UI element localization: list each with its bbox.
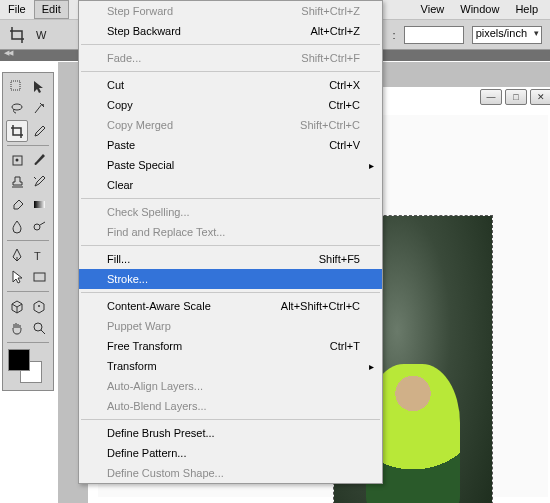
- menu-item-shortcut: Alt+Ctrl+Z: [260, 25, 360, 37]
- menu-item-cut[interactable]: CutCtrl+X: [79, 75, 382, 95]
- hand-tool[interactable]: [6, 317, 28, 339]
- menu-item-copy[interactable]: CopyCtrl+C: [79, 95, 382, 115]
- menu-item-label: Fill...: [107, 253, 130, 265]
- menu-item-step-forward: Step ForwardShift+Ctrl+Z: [79, 1, 382, 21]
- window-max-button[interactable]: □: [505, 89, 527, 105]
- menu-item-label: Stroke...: [107, 273, 148, 285]
- menu-item-find-and-replace-text: Find and Replace Text...: [79, 222, 382, 242]
- menu-item-define-brush-preset[interactable]: Define Brush Preset...: [79, 423, 382, 443]
- tool-sep-2: [7, 240, 49, 241]
- zoom-tool[interactable]: [28, 317, 50, 339]
- menu-separator: [81, 198, 380, 199]
- menu-separator: [81, 71, 380, 72]
- shape-tool[interactable]: [28, 266, 50, 288]
- menu-item-label: Free Transform: [107, 340, 182, 352]
- width-label: W: [36, 29, 46, 41]
- svg-point-6: [34, 224, 40, 230]
- path-select-tool[interactable]: [6, 266, 28, 288]
- gradient-tool[interactable]: [28, 193, 50, 215]
- menu-item-label: Cut: [107, 79, 124, 91]
- window-close-button[interactable]: ✕: [530, 89, 550, 105]
- color-swatch[interactable]: [6, 347, 52, 387]
- window-min-button[interactable]: —: [480, 89, 502, 105]
- stamp-tool[interactable]: [6, 171, 28, 193]
- menu-item-shortcut: Shift+Ctrl+F: [260, 52, 360, 64]
- menu-separator: [81, 44, 380, 45]
- svg-rect-5: [34, 201, 45, 208]
- menu-item-shortcut: Ctrl+C: [260, 99, 360, 111]
- resolution-field[interactable]: [404, 26, 464, 44]
- menu-item-shortcut: Shift+F5: [260, 253, 360, 265]
- menu-item-label: Step Forward: [107, 5, 173, 17]
- move-tool[interactable]: [6, 76, 28, 98]
- menu-window[interactable]: Window: [452, 0, 507, 19]
- menu-item-shortcut: Shift+Ctrl+C: [260, 119, 360, 131]
- menu-view[interactable]: View: [413, 0, 453, 19]
- brush-tool[interactable]: [28, 149, 50, 171]
- type-tool[interactable]: T: [28, 244, 50, 266]
- menu-item-shortcut: Alt+Shift+Ctrl+C: [260, 300, 360, 312]
- menu-item-label: Content-Aware Scale: [107, 300, 211, 312]
- menu-item-label: Copy: [107, 99, 133, 111]
- menu-item-step-backward[interactable]: Step BackwardAlt+Ctrl+Z: [79, 21, 382, 41]
- menu-item-content-aware-scale[interactable]: Content-Aware ScaleAlt+Shift+Ctrl+C: [79, 296, 382, 316]
- menu-item-label: Paste: [107, 139, 135, 151]
- 3d-camera-tool[interactable]: [28, 295, 50, 317]
- menu-separator: [81, 292, 380, 293]
- menu-item-label: Clear: [107, 179, 133, 191]
- menu-item-check-spelling: Check Spelling...: [79, 202, 382, 222]
- menu-separator: [81, 419, 380, 420]
- menu-item-shortcut: Ctrl+X: [260, 79, 360, 91]
- crop-tool[interactable]: [6, 120, 28, 142]
- menu-item-label: Find and Replace Text...: [107, 226, 225, 238]
- menu-item-paste[interactable]: PasteCtrl+V: [79, 135, 382, 155]
- tool-sep-3: [7, 291, 49, 292]
- foreground-color[interactable]: [8, 349, 30, 371]
- crop-icon[interactable]: [8, 25, 28, 45]
- menu-separator: [81, 245, 380, 246]
- marquee-tool[interactable]: [28, 76, 50, 98]
- menu-item-paste-special[interactable]: Paste Special: [79, 155, 382, 175]
- menu-item-shortcut: Shift+Ctrl+Z: [260, 5, 360, 17]
- menu-item-label: Fade...: [107, 52, 141, 64]
- menu-item-transform[interactable]: Transform: [79, 356, 382, 376]
- eyedropper-tool[interactable]: [28, 120, 50, 142]
- menu-item-define-custom-shape: Define Custom Shape...: [79, 463, 382, 483]
- blur-tool[interactable]: [6, 215, 28, 237]
- menu-item-shortcut: Ctrl+T: [260, 340, 360, 352]
- window-controls: — □ ✕: [480, 89, 550, 105]
- heal-tool[interactable]: [6, 149, 28, 171]
- menu-item-fill[interactable]: Fill...Shift+F5: [79, 249, 382, 269]
- menu-item-label: Auto-Blend Layers...: [107, 400, 207, 412]
- dodge-tool[interactable]: [28, 215, 50, 237]
- menu-item-label: Copy Merged: [107, 119, 173, 131]
- menu-item-label: Define Pattern...: [107, 447, 187, 459]
- menu-item-clear[interactable]: Clear: [79, 175, 382, 195]
- lasso-tool[interactable]: [6, 98, 28, 120]
- menu-item-free-transform[interactable]: Free TransformCtrl+T: [79, 336, 382, 356]
- unit-select[interactable]: pixels/inch: [472, 26, 542, 44]
- menu-item-auto-align-layers: Auto-Align Layers...: [79, 376, 382, 396]
- eraser-tool[interactable]: [6, 193, 28, 215]
- wand-tool[interactable]: [28, 98, 50, 120]
- tools-panel: T: [2, 72, 54, 391]
- menu-help[interactable]: Help: [507, 0, 546, 19]
- menu-file[interactable]: File: [0, 0, 34, 19]
- svg-text:T: T: [34, 250, 41, 262]
- menu-item-stroke[interactable]: Stroke...: [79, 269, 382, 289]
- menu-item-define-pattern[interactable]: Define Pattern...: [79, 443, 382, 463]
- 3d-tool[interactable]: [6, 295, 28, 317]
- pen-tool[interactable]: [6, 244, 28, 266]
- menu-item-label: Define Brush Preset...: [107, 427, 215, 439]
- svg-point-2: [42, 104, 44, 106]
- menu-edit[interactable]: Edit: [34, 0, 69, 19]
- menu-item-puppet-warp: Puppet Warp: [79, 316, 382, 336]
- menu-item-label: Paste Special: [107, 159, 174, 171]
- res-label: :: [393, 29, 396, 41]
- menu-item-fade: Fade...Shift+Ctrl+F: [79, 48, 382, 68]
- svg-rect-0: [11, 81, 20, 90]
- menu-item-label: Define Custom Shape...: [107, 467, 224, 479]
- menu-item-auto-blend-layers: Auto-Blend Layers...: [79, 396, 382, 416]
- history-brush-tool[interactable]: [28, 171, 50, 193]
- svg-point-9: [38, 305, 40, 307]
